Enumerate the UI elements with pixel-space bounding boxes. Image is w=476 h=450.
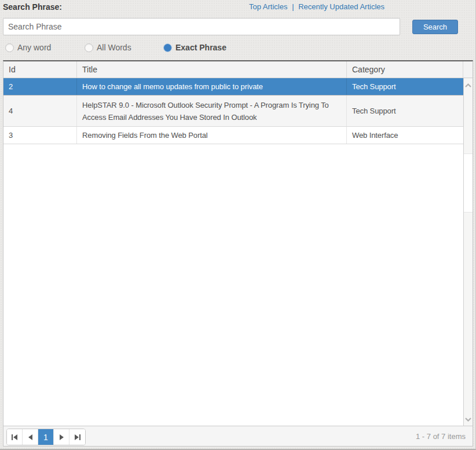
pager-buttons: 1 [6,429,86,445]
cell-id: 2 [3,78,77,95]
search-phrase-input[interactable] [3,18,400,35]
top-articles-link[interactable]: Top Articles [249,2,287,11]
cell-title: HelpSTAR 9.0 - Microsoft Outlook Securit… [77,96,347,126]
column-header-spacer [463,61,473,78]
scrollbar-thumb[interactable] [464,153,473,213]
last-page-button[interactable] [69,429,85,445]
column-header-title[interactable]: Title [77,61,347,78]
search-button[interactable]: Search [412,20,458,34]
top-links: Top Articles | Recently Updated Articles [249,2,385,11]
column-header-category[interactable]: Category [347,61,463,78]
radio-exact-phrase[interactable]: Exact Phrase [163,43,226,52]
cell-category: Tech Support [347,96,463,126]
search-phrase-label: Search Phrase: [3,2,62,12]
next-page-button[interactable] [54,429,69,445]
radio-any-word-label: Any word [17,43,51,52]
cell-id: 3 [3,127,77,144]
scroll-up-button[interactable] [464,80,473,90]
chevron-down-icon [465,418,471,422]
cell-id: 4 [3,96,77,126]
search-mode-options: Any word All Words Exact Phrase [0,43,475,54]
knowledge-base-search-page: Search Phrase: Top Articles | Recently U… [0,0,476,450]
cell-category: Tech Support [347,78,463,95]
radio-exact-phrase-label: Exact Phrase [175,43,226,52]
radio-unselected-icon [5,43,14,52]
previous-page-button[interactable] [23,429,38,445]
cell-title: How to change all memo updates from publ… [77,78,347,95]
vertical-scrollbar[interactable] [463,78,473,426]
radio-unselected-icon [85,43,93,52]
next-page-icon [60,434,64,440]
first-page-button[interactable] [7,429,23,445]
grid-header: Id Title Category [3,61,473,78]
page-1-button[interactable]: 1 [38,429,54,445]
pager-status: 1 - 7 of 7 items [416,426,466,446]
table-row[interactable]: 3 Removing Fields From the Web Portal We… [3,127,463,144]
scroll-down-button[interactable] [464,414,473,425]
radio-any-word[interactable]: Any word [5,43,51,52]
first-page-icon [12,434,17,440]
results-grid: Id Title Category 2 How to change all me… [3,60,473,447]
cell-category: Web Interface [347,127,463,144]
table-row[interactable]: 2 How to change all memo updates from pu… [3,78,463,96]
radio-all-words[interactable]: All Words [85,43,131,52]
last-page-icon [75,434,80,440]
recently-updated-articles-link[interactable]: Recently Updated Articles [298,2,385,11]
column-header-id[interactable]: Id [3,61,77,78]
chevron-up-icon [465,83,471,87]
table-row[interactable]: 4 HelpSTAR 9.0 - Microsoft Outlook Secur… [3,96,463,127]
cell-title: Removing Fields From the Web Portal [77,127,347,144]
link-separator: | [292,2,294,11]
radio-all-words-label: All Words [97,43,131,52]
radio-selected-icon [163,43,172,52]
previous-page-icon [28,434,32,440]
pager-bar: 1 1 - 7 of 7 items [3,426,473,446]
grid-body: 2 How to change all memo updates from pu… [3,78,473,426]
